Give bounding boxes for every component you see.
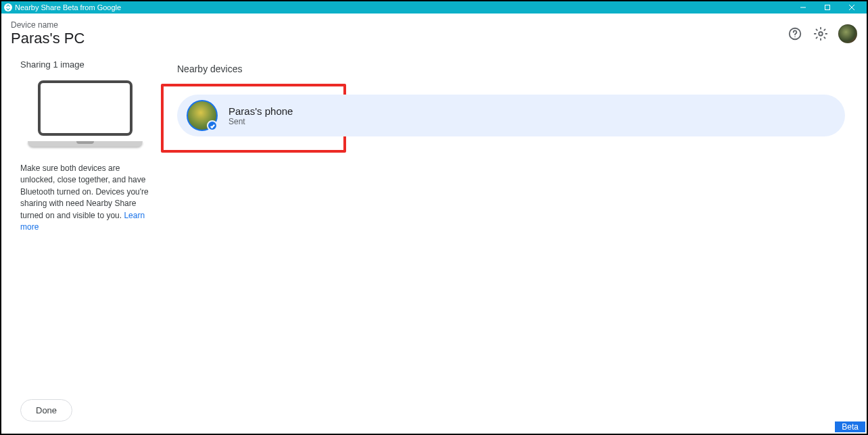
window-title: Nearby Share Beta from Google bbox=[15, 3, 121, 11]
titlebar-left: Nearby Share Beta from Google bbox=[4, 3, 121, 11]
device-avatar bbox=[187, 100, 218, 131]
sidebar: Sharing 1 image Make sure both devices a… bbox=[1, 53, 160, 434]
sharing-title: Sharing 1 image bbox=[20, 59, 150, 70]
settings-icon[interactable] bbox=[813, 26, 829, 42]
window-controls bbox=[791, 1, 864, 14]
help-text: Make sure both devices are unlocked, clo… bbox=[20, 163, 150, 233]
device-name-block: Device name Paras's PC bbox=[11, 20, 85, 47]
status-check-icon bbox=[207, 120, 218, 131]
laptop-icon bbox=[28, 80, 143, 147]
device-name-label: Device name bbox=[11, 20, 85, 30]
device-name-value: Paras's PC bbox=[11, 30, 85, 47]
window-titlebar: Nearby Share Beta from Google bbox=[1, 1, 867, 14]
user-avatar[interactable] bbox=[838, 24, 857, 43]
device-texts: Paras's phone Sent bbox=[228, 105, 293, 126]
done-button[interactable]: Done bbox=[20, 399, 72, 421]
main-panel: Nearby devices Paras's phone Sent bbox=[160, 53, 867, 434]
svg-point-6 bbox=[819, 32, 823, 36]
maximize-button[interactable] bbox=[815, 1, 840, 14]
annotation-highlight: Paras's phone Sent bbox=[161, 84, 346, 153]
app-header: Device name Paras's PC bbox=[1, 14, 867, 53]
svg-point-5 bbox=[794, 36, 795, 37]
laptop-illustration bbox=[20, 80, 150, 147]
app-icon bbox=[4, 3, 12, 11]
device-row[interactable]: Paras's phone Sent bbox=[177, 95, 845, 136]
done-wrap: Done bbox=[20, 399, 150, 421]
device-row-name: Paras's phone bbox=[228, 105, 293, 117]
beta-badge: Beta bbox=[835, 421, 865, 432]
device-row-status: Sent bbox=[228, 117, 293, 126]
help-icon[interactable] bbox=[787, 26, 803, 42]
minimize-button[interactable] bbox=[791, 1, 815, 14]
content-area: Sharing 1 image Make sure both devices a… bbox=[1, 53, 867, 434]
header-actions bbox=[787, 24, 857, 43]
close-button[interactable] bbox=[840, 1, 864, 14]
svg-rect-1 bbox=[825, 5, 830, 10]
nearby-devices-title: Nearby devices bbox=[177, 63, 850, 74]
